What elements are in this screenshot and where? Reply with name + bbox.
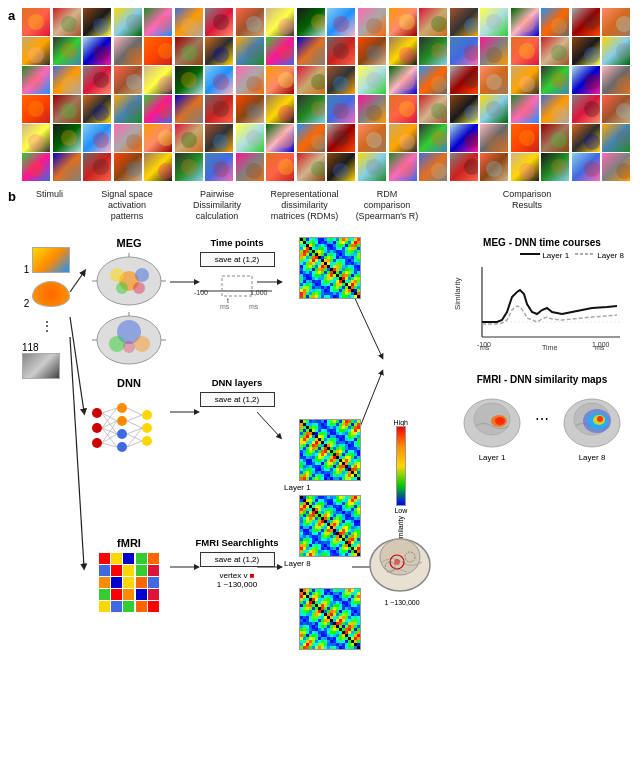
image-cell-117 bbox=[541, 153, 569, 181]
dnn-save-box: save at (1,2) bbox=[200, 392, 275, 407]
image-cell-24 bbox=[144, 37, 172, 65]
panel-a: a bbox=[8, 8, 632, 181]
image-cell-10 bbox=[327, 8, 355, 36]
image-cell-108 bbox=[266, 153, 294, 181]
image-cell-77 bbox=[541, 95, 569, 123]
fmri-layer1-svg bbox=[457, 391, 527, 451]
diagram-container: Stimuli Signal spaceactivationpatterns P… bbox=[22, 189, 632, 679]
image-cell-89 bbox=[297, 124, 325, 152]
image-cell-21 bbox=[53, 37, 81, 65]
svg-point-17 bbox=[133, 282, 145, 294]
image-cell-51 bbox=[358, 66, 386, 94]
image-cell-110 bbox=[327, 153, 355, 181]
meg-time-col: Time points save at (1,2) -100 t 1,000 m… bbox=[192, 237, 282, 311]
image-cell-16 bbox=[511, 8, 539, 36]
fmri-layer1-map: Layer 1 bbox=[457, 391, 527, 462]
image-cell-119 bbox=[602, 153, 630, 181]
image-cell-33 bbox=[419, 37, 447, 65]
image-cell-116 bbox=[511, 153, 539, 181]
image-cell-19 bbox=[602, 8, 630, 36]
image-cell-25 bbox=[175, 37, 203, 65]
image-cell-44 bbox=[144, 66, 172, 94]
image-cell-4 bbox=[144, 8, 172, 36]
fmri-layer8-map: Layer 8 Similarity bbox=[557, 391, 627, 462]
image-cell-99 bbox=[602, 124, 630, 152]
svg-point-38 bbox=[142, 436, 152, 446]
image-cell-57 bbox=[541, 66, 569, 94]
image-cell-18 bbox=[572, 8, 600, 36]
stimulus-dots: ⋮ bbox=[40, 318, 54, 334]
image-cell-28 bbox=[266, 37, 294, 65]
image-cell-11 bbox=[358, 8, 386, 36]
panel-a-label: a bbox=[8, 8, 15, 23]
image-cell-60 bbox=[22, 95, 50, 123]
image-cell-38 bbox=[572, 37, 600, 65]
svg-point-66 bbox=[394, 559, 400, 565]
panel-b: b Stimuli Signal spaceactivationpatterns… bbox=[8, 189, 632, 679]
main-container: a b Stimuli Signal spaceactivationpatter… bbox=[0, 0, 640, 783]
diagram-body: 1 2 ⋮ 118 bbox=[22, 237, 632, 667]
rdm-canvas-dnn-layer8 bbox=[299, 495, 361, 557]
time-points-label: Time points bbox=[192, 237, 282, 248]
image-cell-42 bbox=[83, 66, 111, 94]
image-cell-40 bbox=[22, 66, 50, 94]
image-cell-59 bbox=[602, 66, 630, 94]
vertex-range: 1 ~130,000 bbox=[192, 580, 282, 589]
image-cell-94 bbox=[450, 124, 478, 152]
image-cell-100 bbox=[22, 153, 50, 181]
image-cell-34 bbox=[450, 37, 478, 65]
brain-searchlight-svg bbox=[362, 527, 437, 597]
fmri-graph-container: FMRI - DNN similarity maps bbox=[452, 374, 632, 462]
panel-b-label: b bbox=[8, 189, 16, 204]
dnn-network-svg bbox=[87, 393, 172, 463]
layer1-legend: Layer 1 bbox=[520, 250, 569, 260]
image-cell-22 bbox=[83, 37, 111, 65]
dnn-section: DNN bbox=[74, 377, 184, 463]
meg-time-course-svg: Similarity -100 ms 1,000 ms Time bbox=[452, 262, 622, 352]
meg-graph-area: Similarity -100 ms 1,000 ms Time bbox=[452, 262, 632, 354]
fmri-save-box: save at (1,2) bbox=[200, 552, 275, 567]
image-cell-103 bbox=[114, 153, 142, 181]
colorbar-gradient bbox=[396, 426, 406, 506]
stimulus-img-car bbox=[22, 353, 60, 379]
image-cell-35 bbox=[480, 37, 508, 65]
svg-text:1,000: 1,000 bbox=[250, 289, 268, 296]
header-results: ComparisonResults bbox=[422, 189, 632, 221]
fmri-title: fMRI bbox=[74, 537, 184, 549]
image-cell-109 bbox=[297, 153, 325, 181]
image-cell-66 bbox=[205, 95, 233, 123]
fmri-graph-title: FMRI - DNN similarity maps bbox=[452, 374, 632, 385]
image-cell-75 bbox=[480, 95, 508, 123]
svg-text:ms: ms bbox=[220, 303, 230, 310]
meg-graph-title: MEG - DNN time courses bbox=[452, 237, 632, 248]
svg-line-51 bbox=[127, 421, 142, 428]
image-cell-72 bbox=[389, 95, 417, 123]
svg-point-15 bbox=[135, 268, 149, 282]
vertex-range-2: 1 ~130,000 bbox=[362, 599, 442, 606]
fmri-searchlights-label: FMRI Searchlights bbox=[192, 537, 282, 548]
meg-legend: Layer 1 Layer 8 bbox=[452, 250, 624, 260]
image-cell-85 bbox=[175, 124, 203, 152]
colorbar-high: High bbox=[394, 419, 408, 426]
image-cell-0 bbox=[22, 8, 50, 36]
image-cell-31 bbox=[358, 37, 386, 65]
svg-point-31 bbox=[92, 438, 102, 448]
image-cell-101 bbox=[53, 153, 81, 181]
svg-text:Time: Time bbox=[542, 344, 557, 351]
fmri-searchlights-col: FMRI Searchlights save at (1,2) vertex v… bbox=[192, 537, 282, 589]
image-cell-62 bbox=[83, 95, 111, 123]
header-rdm-comparison: RDMcomparison(Spearman's R) bbox=[352, 189, 422, 221]
svg-point-32 bbox=[117, 403, 127, 413]
image-cell-111 bbox=[358, 153, 386, 181]
layer8-label: Layer 8 bbox=[597, 251, 624, 260]
image-cell-20 bbox=[22, 37, 50, 65]
layer1-label: Layer 1 bbox=[542, 251, 569, 260]
fmri-brain-searchlight: 1 ~130,000 bbox=[362, 527, 442, 606]
fmri-layer8-svg bbox=[557, 391, 627, 451]
rdm-canvas-meg bbox=[299, 237, 361, 299]
image-cell-26 bbox=[205, 37, 233, 65]
image-cell-84 bbox=[144, 124, 172, 152]
image-cell-81 bbox=[53, 124, 81, 152]
svg-line-42 bbox=[102, 408, 117, 428]
image-cell-54 bbox=[450, 66, 478, 94]
